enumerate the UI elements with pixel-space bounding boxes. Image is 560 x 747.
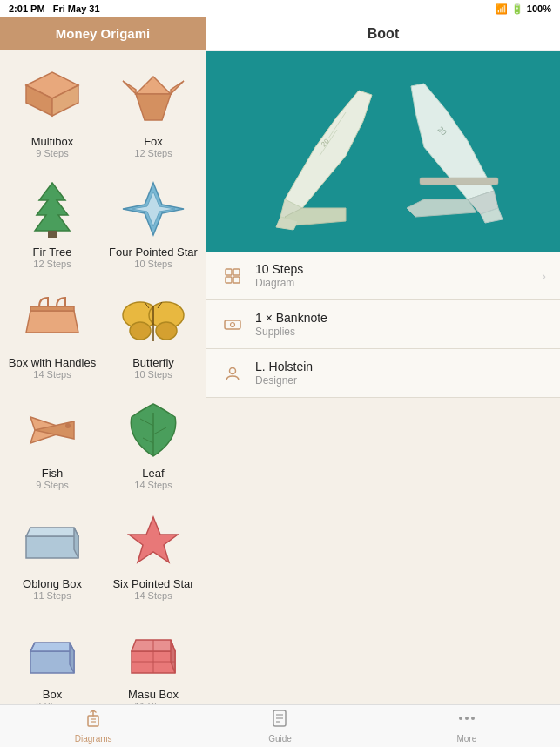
svg-marker-4: [136, 94, 171, 120]
item-icon-leaf: [114, 395, 192, 465]
battery-percent: 100%: [527, 3, 551, 14]
item-steps-fish: 9 Steps: [36, 480, 68, 490]
left-header: Money Origami: [0, 17, 206, 50]
svg-rect-62: [233, 277, 240, 283]
status-time: 2:01 PM Fri May 31: [9, 3, 100, 14]
svg-rect-57: [420, 178, 498, 185]
item-name-oblong-box: Oblong Box: [23, 577, 82, 590]
supplies-sublabel: Supplies: [255, 326, 546, 338]
list-item-butterfly[interactable]: Butterfly 10 Steps: [105, 278, 202, 385]
item-icon-box-with-handles: [13, 285, 91, 354]
list-item-box[interactable]: Box 9 Steps: [3, 609, 101, 704]
svg-marker-3: [136, 77, 171, 94]
item-icon-butterfly: [114, 285, 192, 354]
svg-marker-11: [26, 311, 78, 333]
supplies-row: 1 × Banknote Supplies: [206, 300, 560, 349]
list-item-box-with-handles[interactable]: Box with Handles 14 Steps: [3, 278, 101, 385]
svg-point-65: [230, 367, 236, 374]
steps-icon: [220, 264, 245, 288]
designer-row: L. Holstein Designer: [206, 349, 560, 398]
item-steps-leaf: 14 Steps: [134, 480, 172, 490]
svg-marker-31: [30, 651, 74, 673]
item-steps-fox: 12 Steps: [134, 148, 172, 158]
tab-guide-label: Guide: [268, 734, 292, 744]
detail-header: Boot: [206, 17, 560, 51]
list-item-four-pointed-star[interactable]: Four Pointed Star 10 Steps: [105, 167, 202, 274]
steps-row[interactable]: 10 Steps Diagram ›: [206, 252, 560, 300]
svg-marker-32: [30, 643, 74, 651]
item-icon-masu-box: [114, 616, 192, 686]
list-item-leaf[interactable]: Leaf 14 Steps: [105, 388, 202, 495]
wifi-icon: 📶: [496, 3, 508, 15]
list-item-fir-tree[interactable]: Fir Tree 12 Steps: [3, 167, 101, 274]
item-steps-oblong-box: 11 Steps: [33, 590, 71, 601]
svg-rect-59: [226, 269, 232, 275]
right-panel: Boot: [206, 17, 560, 704]
svg-point-16: [156, 322, 177, 340]
tab-guide[interactable]: Guide: [186, 705, 373, 747]
item-name-fish: Fish: [42, 467, 64, 480]
item-steps-four-pointed-star: 10 Steps: [134, 259, 172, 269]
detail-title: Boot: [215, 26, 551, 42]
supplies-label: 1 × Banknote: [255, 311, 546, 325]
item-icon-fox: [114, 64, 192, 133]
svg-point-64: [231, 322, 235, 326]
item-name-box-with-handles: Box with Handles: [9, 356, 96, 369]
item-icon-box: [13, 616, 91, 686]
item-name-butterfly: Butterfly: [132, 356, 174, 369]
svg-marker-7: [35, 183, 70, 231]
item-name-leaf: Leaf: [142, 467, 164, 480]
diagrams-icon: [84, 709, 103, 732]
item-list[interactable]: Multibox 9 Steps Fox 12 Steps Fir Tree 1…: [0, 50, 206, 704]
svg-rect-45: [206, 51, 560, 252]
list-item-multibox[interactable]: Multibox 9 Steps: [3, 57, 101, 164]
item-name-four-pointed-star: Four Pointed Star: [109, 246, 198, 259]
item-steps-six-pointed-star: 14 Steps: [134, 590, 172, 601]
svg-marker-27: [26, 536, 78, 558]
list-item-oblong-box[interactable]: Oblong Box 11 Steps: [3, 499, 101, 606]
item-icon-fir-tree: [13, 174, 91, 244]
item-steps-butterfly: 10 Steps: [134, 369, 172, 380]
svg-point-22: [65, 423, 71, 428]
item-icon-six-pointed-star: [114, 506, 192, 575]
tab-diagrams[interactable]: Diagrams: [0, 705, 186, 747]
designer-sublabel: Designer: [255, 374, 546, 387]
item-name-multibox: Multibox: [31, 135, 73, 148]
item-name-fox: Fox: [144, 135, 163, 148]
tab-bar: Diagrams Guide More: [0, 704, 560, 747]
item-name-six-pointed-star: Six Pointed Star: [112, 577, 193, 590]
svg-point-74: [465, 717, 469, 720]
app-title: Money Origami: [9, 26, 197, 41]
battery-icon: 🔋: [511, 3, 523, 15]
steps-label: 10 Steps: [255, 262, 542, 276]
tab-more[interactable]: More: [374, 705, 560, 747]
svg-rect-8: [48, 231, 57, 238]
list-item-six-pointed-star[interactable]: Six Pointed Star 14 Steps: [105, 499, 202, 606]
detail-image: 20 20: [206, 51, 560, 252]
item-steps-box-with-handles: 14 Steps: [33, 369, 71, 380]
svg-marker-6: [171, 81, 184, 94]
item-steps-fir-tree: 12 Steps: [33, 259, 71, 269]
detail-info: 10 Steps Diagram › 1 × Banknote Sup: [206, 252, 560, 704]
svg-marker-10: [132, 192, 175, 226]
tab-more-label: More: [456, 734, 476, 744]
svg-marker-5: [123, 81, 136, 94]
svg-point-73: [459, 717, 462, 720]
svg-point-15: [130, 322, 151, 340]
item-icon-four-pointed-star: [114, 174, 192, 244]
svg-marker-30: [129, 517, 178, 562]
status-bar: 2:01 PM Fri May 31 📶 🔋 100%: [0, 0, 560, 17]
svg-marker-12: [30, 306, 74, 311]
item-steps-multibox: 9 Steps: [36, 148, 68, 158]
guide-icon: [270, 709, 289, 732]
designer-label: L. Holstein: [255, 360, 546, 374]
list-item-fox[interactable]: Fox 12 Steps: [105, 57, 202, 164]
steps-chevron: ›: [542, 269, 546, 283]
list-item-fish[interactable]: Fish 9 Steps: [3, 388, 101, 495]
svg-rect-66: [88, 716, 98, 726]
item-name-box: Box: [43, 688, 62, 701]
item-name-masu-box: Masu Box: [128, 688, 179, 701]
item-icon-oblong-box: [13, 506, 91, 575]
list-item-masu-box[interactable]: Masu Box 11 Steps: [105, 609, 202, 704]
steps-sublabel: Diagram: [255, 277, 542, 289]
